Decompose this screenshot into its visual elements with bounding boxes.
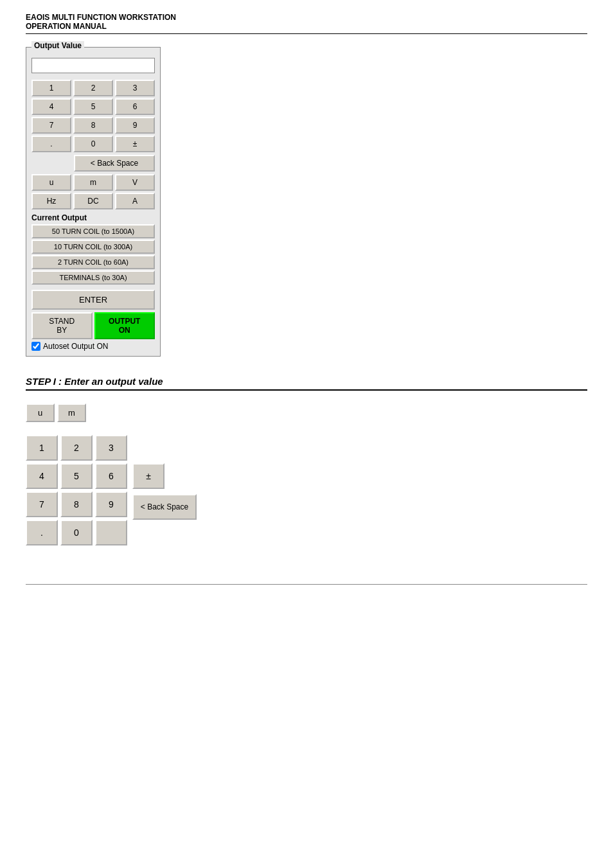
large-backspace-button[interactable]: < Back Space	[132, 494, 197, 520]
unit-btn-V[interactable]: V	[115, 174, 155, 191]
backspace-button[interactable]: < Back Space	[74, 155, 155, 172]
unit-btn-A[interactable]: A	[115, 193, 155, 209]
keypad-btn-9[interactable]: 9	[115, 117, 155, 134]
coil-option-10turn[interactable]: 10 TURN COIL (to 300A)	[31, 240, 155, 254]
keypad-btn-1[interactable]: 1	[31, 80, 71, 96]
enter-button[interactable]: ENTER	[31, 290, 155, 310]
header-title-line1: EAOIS MULTI FUNCTION WORKSTATION	[26, 13, 587, 22]
output-value-input[interactable]	[31, 58, 155, 73]
large-unit-btn-u[interactable]: u	[26, 403, 55, 422]
coil-option-terminals[interactable]: TERMINALS (to 30A)	[31, 270, 155, 285]
autoset-checkbox[interactable]	[31, 342, 40, 351]
output-value-panel: Output Value 1 2 3 4 5 6 7 8 9 . 0 ± < B…	[26, 47, 161, 357]
large-keypad-btn-4[interactable]: 4	[26, 463, 58, 489]
unit-row-1: u m V	[31, 174, 155, 191]
step-title: STEP I : Enter an output value	[26, 376, 587, 391]
backspace-row: < Back Space	[31, 155, 155, 172]
keypad-btn-8[interactable]: 8	[73, 117, 113, 134]
keypad-btn-4[interactable]: 4	[31, 98, 71, 115]
keypad-btn-dot[interactable]: .	[31, 136, 71, 152]
large-unit-row: u m	[26, 403, 587, 422]
keypad-btn-3[interactable]: 3	[115, 80, 155, 96]
large-right-col: ± < Back Space	[132, 435, 197, 520]
standby-button[interactable]: STANDBY	[31, 312, 93, 339]
coil-option-2turn[interactable]: 2 TURN COIL (to 60A)	[31, 255, 155, 269]
keypad-btn-6[interactable]: 6	[115, 98, 155, 115]
footer-divider	[26, 584, 587, 585]
current-output-label: Current Output	[31, 213, 155, 222]
keypad-grid: 1 2 3 4 5 6 7 8 9 . 0 ±	[31, 80, 155, 152]
large-keypad-btn-6[interactable]: 6	[95, 463, 127, 489]
unit-btn-m[interactable]: m	[73, 174, 113, 191]
large-keypad-container: 1 2 3 4 5 6 7 8 9 . 0 ± < Back Space	[26, 435, 587, 545]
large-keypad-btn-1[interactable]: 1	[26, 435, 58, 461]
unit-btn-u[interactable]: u	[31, 174, 71, 191]
output-on-button[interactable]: OUTPUTON	[94, 312, 155, 339]
header-divider	[26, 33, 587, 34]
large-unit-btn-m[interactable]: m	[57, 403, 86, 422]
large-keypad-btn-empty	[95, 520, 127, 545]
unit-btn-Hz[interactable]: Hz	[31, 193, 71, 209]
large-keypad-btn-dot[interactable]: .	[26, 520, 58, 545]
keypad-btn-5[interactable]: 5	[73, 98, 113, 115]
large-keypad-btn-3[interactable]: 3	[95, 435, 127, 461]
large-keypad-grid: 1 2 3 4 5 6 7 8 9 . 0	[26, 435, 127, 545]
panel-title: Output Value	[31, 41, 84, 50]
large-keypad-btn-7[interactable]: 7	[26, 492, 58, 517]
keypad-btn-0[interactable]: 0	[73, 136, 113, 152]
page-header: EAOIS MULTI FUNCTION WORKSTATION OPERATI…	[26, 13, 587, 34]
large-keypad-btn-2[interactable]: 2	[60, 435, 93, 461]
keypad-btn-pm[interactable]: ±	[115, 136, 155, 152]
header-title-line2: OPERATION MANUAL	[26, 22, 587, 31]
keypad-btn-7[interactable]: 7	[31, 117, 71, 134]
autoset-row: Autoset Output ON	[31, 342, 155, 351]
keypad-btn-2[interactable]: 2	[73, 80, 113, 96]
autoset-label: Autoset Output ON	[43, 342, 108, 351]
coil-option-50turn[interactable]: 50 TURN COIL (to 1500A)	[31, 224, 155, 238]
unit-btn-DC[interactable]: DC	[73, 193, 113, 209]
standby-row: STANDBY OUTPUTON	[31, 312, 155, 339]
large-keypad-btn-0[interactable]: 0	[60, 520, 93, 545]
large-keypad-btn-8[interactable]: 8	[60, 492, 93, 517]
large-keypad-btn-5[interactable]: 5	[60, 463, 93, 489]
large-pm-button[interactable]: ±	[132, 463, 164, 489]
large-keypad-btn-9[interactable]: 9	[95, 492, 127, 517]
step-section: STEP I : Enter an output value u m 1 2 3…	[26, 376, 587, 545]
unit-row-2: Hz DC A	[31, 193, 155, 209]
